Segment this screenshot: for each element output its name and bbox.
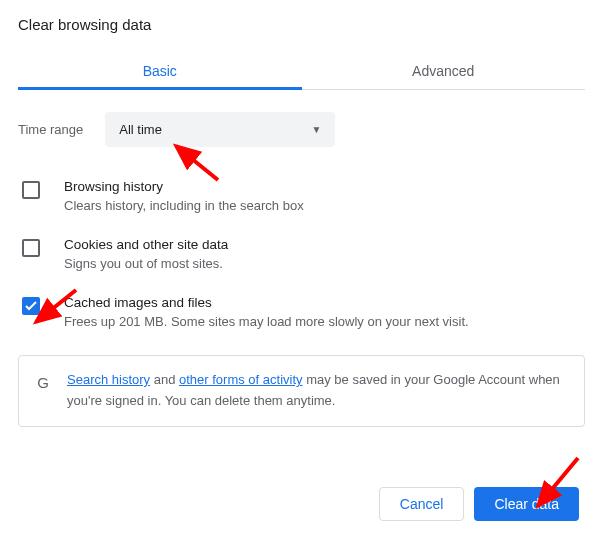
button-row: Cancel Clear data — [18, 487, 585, 521]
info-text: Search history and other forms of activi… — [67, 370, 570, 412]
google-icon: G — [33, 372, 53, 392]
option-sub: Signs you out of most sites. — [64, 256, 585, 271]
info-box: G Search history and other forms of acti… — [18, 355, 585, 427]
option-cache[interactable]: Cached images and files Frees up 201 MB.… — [18, 283, 585, 341]
option-cookies[interactable]: Cookies and other site data Signs you ou… — [18, 225, 585, 283]
cancel-button[interactable]: Cancel — [379, 487, 465, 521]
dialog-title: Clear browsing data — [18, 16, 585, 33]
timerange-row: Time range All time ▼ — [18, 112, 585, 147]
clear-data-button[interactable]: Clear data — [474, 487, 579, 521]
link-other-activity[interactable]: other forms of activity — [179, 372, 303, 387]
checkbox-cookies[interactable] — [22, 239, 40, 257]
option-title: Browsing history — [64, 179, 585, 194]
option-title: Cookies and other site data — [64, 237, 585, 252]
tab-basic[interactable]: Basic — [18, 51, 302, 89]
checkbox-cache[interactable] — [22, 297, 40, 315]
tab-advanced[interactable]: Advanced — [302, 51, 586, 89]
timerange-select[interactable]: All time ▼ — [105, 112, 335, 147]
option-sub: Frees up 201 MB. Some sites may load mor… — [64, 314, 585, 329]
option-title: Cached images and files — [64, 295, 585, 310]
checkbox-history[interactable] — [22, 181, 40, 199]
timerange-label: Time range — [18, 122, 83, 137]
option-browsing-history[interactable]: Browsing history Clears history, includi… — [18, 167, 585, 225]
timerange-value: All time — [119, 122, 162, 137]
info-mid: and — [150, 372, 179, 387]
link-search-history[interactable]: Search history — [67, 372, 150, 387]
option-sub: Clears history, including in the search … — [64, 198, 585, 213]
tab-bar: Basic Advanced — [18, 51, 585, 90]
chevron-down-icon: ▼ — [311, 124, 321, 135]
